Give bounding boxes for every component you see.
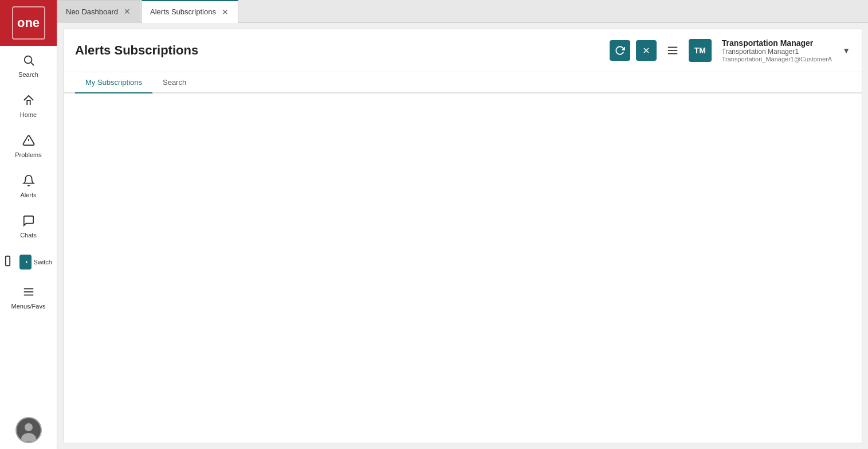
user-email: Transportation_Manager1@CustomerA xyxy=(722,56,832,63)
logo-icon: one xyxy=(12,6,45,40)
sidebar: one Search Home xyxy=(0,0,57,449)
main-content: Neo Dashboard ✕ Alerts Subscriptions ✕ A… xyxy=(57,0,868,449)
sidebar-item-home[interactable]: Home xyxy=(0,86,57,126)
sidebar-item-problems-label: Problems xyxy=(15,151,41,158)
sidebar-item-alerts-label: Alerts xyxy=(20,192,36,198)
tab-my-subscriptions[interactable]: My Subscriptions xyxy=(75,72,152,93)
tab-my-subscriptions-label: My Subscriptions xyxy=(85,78,142,87)
tab-alerts-subscriptions[interactable]: Alerts Subscriptions ✕ xyxy=(142,0,238,23)
svg-line-1 xyxy=(31,63,34,65)
header-actions: TM Transportation Manager Transportation… xyxy=(610,38,850,63)
svg-rect-4 xyxy=(6,256,10,266)
sidebar-item-menus-label: Menus/Favs xyxy=(11,303,46,310)
tab-neo-dashboard-label: Neo Dashboard xyxy=(66,7,118,16)
alerts-icon xyxy=(22,174,35,189)
refresh-button[interactable] xyxy=(610,40,630,61)
sidebar-item-search-label: Search xyxy=(18,71,38,78)
page-header: Alerts Subscriptions xyxy=(64,29,862,72)
sidebar-bottom xyxy=(15,417,42,449)
chats-icon xyxy=(22,214,35,229)
content-wrapper: Alerts Subscriptions xyxy=(57,23,868,449)
sidebar-item-chats[interactable]: Chats xyxy=(0,206,57,247)
user-role: Transportation Manager1 xyxy=(722,48,832,56)
sidebar-item-home-label: Home xyxy=(20,111,37,118)
app-logo[interactable]: one xyxy=(0,0,57,46)
problems-icon xyxy=(22,134,35,149)
user-info: Transportation Manager Transportation Ma… xyxy=(722,38,832,63)
tab-alerts-subscriptions-close[interactable]: ✕ xyxy=(221,7,230,17)
sidebar-item-problems[interactable]: Problems xyxy=(0,126,57,166)
sidebar-item-chats-label: Chats xyxy=(20,232,37,239)
menus-icon xyxy=(22,286,35,300)
svg-point-0 xyxy=(24,56,32,64)
cancel-button[interactable] xyxy=(636,40,657,61)
user-initials-badge: TM xyxy=(689,39,712,62)
search-icon xyxy=(22,54,35,69)
svg-point-9 xyxy=(25,423,33,431)
page-title: Alerts Subscriptions xyxy=(75,43,610,58)
user-avatar[interactable] xyxy=(15,417,42,443)
user-name: Transportation Manager xyxy=(722,38,832,48)
sidebar-item-menus[interactable]: Menus/Favs xyxy=(0,278,57,318)
inner-tabs: My Subscriptions Search xyxy=(64,72,862,93)
sidebar-item-search[interactable]: Search xyxy=(0,46,57,86)
tab-neo-dashboard[interactable]: Neo Dashboard ✕ xyxy=(57,0,140,23)
sidebar-item-switch-label: Switch xyxy=(34,259,52,266)
sidebar-item-alerts[interactable]: Alerts xyxy=(0,166,57,206)
user-dropdown-arrow[interactable]: ▼ xyxy=(842,46,850,55)
tab-search[interactable]: Search xyxy=(152,72,197,93)
menu-button[interactable] xyxy=(662,40,683,61)
tab-bar: Neo Dashboard ✕ Alerts Subscriptions ✕ xyxy=(57,0,868,23)
sidebar-nav: Search Home Problems xyxy=(0,46,57,417)
home-icon xyxy=(22,94,35,109)
tab-neo-dashboard-close[interactable]: ✕ xyxy=(123,7,132,16)
tab-content-area xyxy=(64,93,862,443)
switch-badge xyxy=(19,255,32,270)
tab-alerts-subscriptions-label: Alerts Subscriptions xyxy=(150,7,216,16)
switch-icon xyxy=(5,255,17,270)
page-card: Alerts Subscriptions xyxy=(63,29,862,443)
tab-search-label: Search xyxy=(163,78,186,87)
sidebar-item-switch[interactable]: Switch xyxy=(0,247,57,278)
